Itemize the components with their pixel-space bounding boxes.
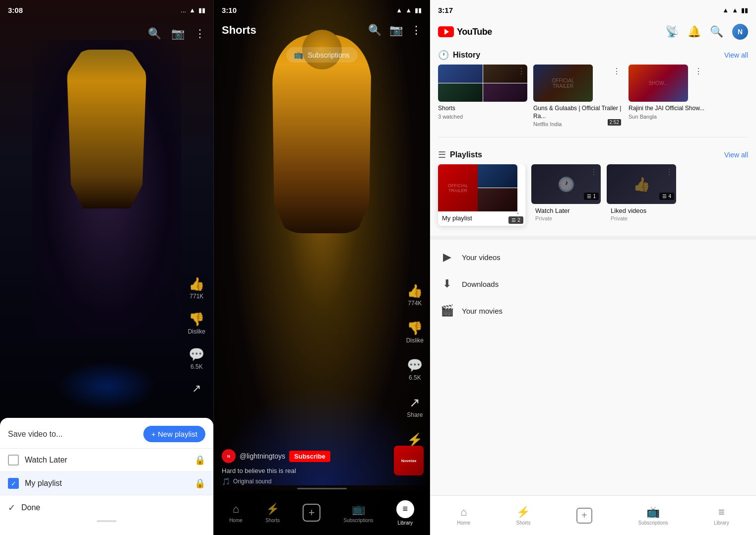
search-icon[interactable]: 🔍 <box>368 24 381 37</box>
panel2-comments-action[interactable]: 💬 6.5K <box>407 358 423 381</box>
watch-later-card[interactable]: 🕐 ☰ 1 Watch Later Private ⋮ <box>531 164 601 226</box>
more-vert-icon[interactable]: ⋮ <box>194 27 205 40</box>
liked-card-sub: Private <box>607 214 676 221</box>
like-action[interactable]: 👍 771K <box>189 276 204 300</box>
your-movies-icon: 🎬 <box>440 304 454 317</box>
shorts-card-menu-icon[interactable]: ⋮ <box>517 67 525 76</box>
playlists-section-header: ☰ Playlists View all <box>430 143 756 164</box>
cast-icon[interactable]: 📡 <box>665 25 679 38</box>
comments-count: 6.5K <box>190 363 203 370</box>
watch-later-card-menu-icon[interactable]: ⋮ <box>590 167 598 177</box>
subscriptions-label: Subscriptions <box>308 51 349 59</box>
section-divider-2 <box>430 236 756 240</box>
p3-nav-subscriptions[interactable]: 📺 Subscriptions <box>638 506 668 526</box>
panel2-like-action[interactable]: 👍 774K <box>407 283 423 307</box>
original-sound-row: 🎵 Original sound <box>222 477 390 485</box>
watch-later-count: 1 <box>593 194 596 199</box>
section-divider-1 <box>438 137 748 137</box>
panel2-dislike-action[interactable]: 👎 Dislike <box>406 321 424 344</box>
bottom-sheet-header: Save video to... + New playlist <box>0 418 213 448</box>
my-playlist-label: My playlist <box>25 479 189 488</box>
bottom-handle <box>97 520 117 522</box>
panel2-time: 3:10 <box>222 6 237 14</box>
rajini-card-menu-icon[interactable]: ⋮ <box>694 67 702 76</box>
history-card-shorts[interactable]: ⋮ Shorts 3 watched <box>438 65 527 127</box>
search-icon[interactable]: 🔍 <box>148 27 161 40</box>
more-vert-icon[interactable]: ⋮ <box>411 24 422 37</box>
your-videos-item[interactable]: ▶ Your videos <box>430 244 756 270</box>
liked-card-menu-icon[interactable]: ⋮ <box>665 167 673 177</box>
watch-later-lock-icon: 🔒 <box>194 455 205 466</box>
your-movies-label: Your movies <box>462 307 503 315</box>
dislike-label: Dislike <box>406 337 424 344</box>
done-row[interactable]: ✓ Done <box>0 495 213 520</box>
youtube-wordmark: YouTube <box>457 27 492 37</box>
playlists-view-all[interactable]: View all <box>724 151 748 159</box>
home-icon: ⌂ <box>233 503 239 516</box>
history-card-guns[interactable]: OFFICIALTRAILER 2:52 ⋮ Guns & Gulaabs | … <box>533 65 623 127</box>
watch-later-checkbox[interactable] <box>8 455 19 466</box>
my-playlist-row[interactable]: My playlist 🔒 <box>0 471 213 495</box>
save-video-label: Save video to... <box>8 430 63 439</box>
history-icon: 🕐 <box>438 50 449 61</box>
camera-icon[interactable]: 📷 <box>171 27 185 40</box>
liked-videos-card[interactable]: 👍 ☰ 4 Liked videos Private ⋮ <box>607 164 676 226</box>
nav-library-label: Library <box>398 520 413 526</box>
p3-nav-home[interactable]: ⌂ Home <box>457 506 470 526</box>
p3-add-icon[interactable]: + <box>576 508 592 524</box>
my-playlist-thumbnail: OFFICIALTRAILER <box>438 164 517 211</box>
p3-subscriptions-icon: 📺 <box>646 506 660 519</box>
p3-nav-library[interactable]: ≡ Library <box>714 506 729 526</box>
nav-add[interactable]: + <box>303 504 320 522</box>
your-videos-label: Your videos <box>462 253 501 262</box>
user-avatar[interactable]: N <box>732 24 748 40</box>
history-title: History <box>453 51 480 60</box>
my-playlist-menu-icon[interactable]: ⋮ <box>513 211 522 222</box>
history-card-rajini[interactable]: SHOW... ⋮ Rajini the JAI Official Show..… <box>629 65 704 127</box>
panel2-share-action[interactable]: ↗ Share <box>407 395 423 418</box>
shorts-card-sub: 3 watched <box>438 114 527 120</box>
p3-nav-shorts[interactable]: ⚡ Shorts <box>516 506 531 526</box>
panel1-character-figure <box>32 40 181 337</box>
liked-count-icon: ☰ <box>662 194 667 199</box>
subscriptions-pill[interactable]: 📺 Subscriptions <box>286 47 357 63</box>
share-action[interactable]: ↗ <box>192 382 201 396</box>
thumb-3 <box>438 83 483 102</box>
shorts-card-title: Shorts <box>438 105 527 113</box>
new-playlist-button[interactable]: + New playlist <box>143 426 205 442</box>
nav-library[interactable]: ≡ Library <box>396 500 414 526</box>
channel-name[interactable]: @lightningtoys <box>240 452 285 460</box>
your-movies-item[interactable]: 🎬 Your movies <box>430 297 756 324</box>
history-view-all[interactable]: View all <box>724 51 748 59</box>
nav-home[interactable]: ⌂ Home <box>229 503 243 523</box>
p3-library-icon: ≡ <box>718 506 725 519</box>
guns-card-menu-icon[interactable]: ⋮ <box>613 67 621 76</box>
watch-later-row[interactable]: Watch Later 🔒 <box>0 448 213 471</box>
panel2-right-actions: 👍 774K 👎 Dislike 💬 6.5K ↗ Share ⚡ Remix <box>406 283 424 456</box>
downloads-item[interactable]: ⬇ Downloads <box>430 270 756 297</box>
p3-nav-library-label: Library <box>714 520 729 526</box>
my-playlist-card[interactable]: OFFICIALTRAILER ☰ 2 My playlist ⋮ <box>438 164 525 226</box>
wifi-icon: ▲ <box>189 6 195 14</box>
subscribe-button[interactable]: Subscribe <box>289 451 330 462</box>
rajini-card-info: Rajini the JAI Official Show... Sun Bang… <box>629 105 704 120</box>
wifi-icon: ▲ <box>405 6 412 14</box>
nav-shorts[interactable]: ⚡ Shorts <box>265 503 280 523</box>
clock-icon: 🕐 <box>558 176 575 193</box>
playlists-title: Playlists <box>450 150 482 159</box>
panel3-header: YouTube 📡 🔔 🔍 N <box>430 20 756 44</box>
panel2-header: Shorts 🔍 📷 ⋮ <box>214 20 430 41</box>
panel3-header-icons: 📡 🔔 🔍 N <box>665 24 748 40</box>
notifications-icon[interactable]: 🔔 <box>688 25 701 38</box>
panel1-right-actions: 👍 771K 👎 Dislike 💬 6.5K ↗ <box>188 276 205 396</box>
search-icon[interactable]: 🔍 <box>710 25 723 38</box>
my-playlist-checkbox[interactable] <box>8 478 19 489</box>
playlists-title-row: ☰ Playlists <box>438 149 482 160</box>
dislike-action[interactable]: 👎 Dislike <box>188 312 205 335</box>
p3-nav-add[interactable]: + <box>576 508 592 524</box>
nav-subscriptions[interactable]: 📺 Subscriptions <box>344 503 374 523</box>
downloads-label: Downloads <box>462 280 499 288</box>
add-icon[interactable]: + <box>303 504 320 522</box>
comments-action[interactable]: 💬 6.5K <box>189 347 204 370</box>
camera-icon[interactable]: 📷 <box>389 24 403 37</box>
